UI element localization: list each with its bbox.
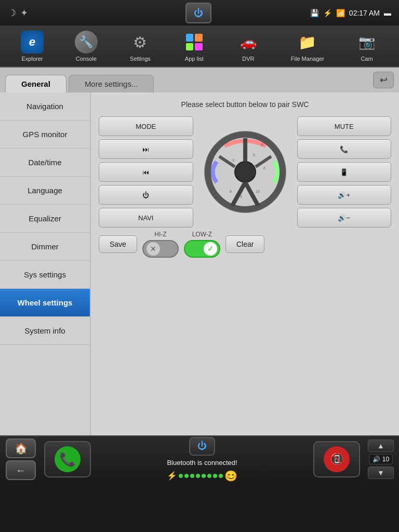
sd-icon: 💾 [310, 9, 319, 17]
bt-dot-8 [219, 474, 223, 478]
sidebar-item-navigation[interactable]: Navigation [0, 92, 90, 121]
low-z-toggle[interactable] [184, 240, 220, 258]
volume-up-button[interactable]: ▲ [368, 440, 394, 452]
sidebar-item-syssettings[interactable]: Sys settings [0, 261, 90, 289]
smile-icon: 😊 [224, 470, 237, 482]
power-center-button[interactable]: ⏻ [189, 437, 215, 456]
tab-more-settings[interactable]: More settings... [69, 75, 154, 92]
svg-text:10: 10 [256, 190, 260, 193]
console-icon: 🔧 [75, 31, 98, 54]
mute-button[interactable]: MUTE [297, 116, 392, 136]
navi-button[interactable]: NAVI [99, 208, 193, 228]
moon-icon: ☽ [8, 7, 16, 19]
sidebar-item-language[interactable]: Language [0, 177, 90, 205]
volume-down-button[interactable]: ▼ [368, 467, 394, 479]
bottom-left-buttons: 🏠 ← [0, 436, 42, 483]
app-console[interactable]: 🔧 Console [71, 29, 102, 64]
hi-z-toggle-group: HI-Z [142, 231, 179, 258]
bt-dot-7 [213, 474, 217, 478]
svg-text:8: 8 [230, 190, 232, 193]
app-filemanager-label: File Manager [291, 56, 324, 62]
bluetooth-status: Bluetooth is connected! [167, 459, 237, 467]
app-cam-label: Cam [361, 56, 373, 62]
svg-text:5: 5 [253, 153, 255, 157]
sidebar-item-wheelsettings[interactable]: Wheel settings [0, 289, 90, 317]
file-manager-icon: 📁 [296, 31, 319, 54]
phone-answer-icon: 📞 [55, 446, 81, 472]
steering-wheel-svg: 1 4 3 5 6 8 9 10 [204, 130, 287, 214]
volume-display: 🔊 10 [369, 454, 393, 464]
svg-text:1: 1 [243, 142, 245, 147]
call-end-button[interactable]: 📵 [313, 441, 360, 477]
app-dvr[interactable]: 🚗 DVR [233, 29, 264, 64]
dvr-icon: 🚗 [237, 31, 260, 54]
bluetooth-icon: ⚡ [323, 9, 332, 17]
app-settings-label: Settings [130, 56, 151, 62]
status-right: 💾 ⚡ 📶 02:17 AM ▬ [310, 9, 391, 17]
call-answer-button[interactable]: 📞 [44, 441, 91, 477]
volume-panel: ▲ 🔊 10 ▼ [363, 440, 399, 479]
sidebar-item-dimmer[interactable]: Dimmer [0, 233, 90, 261]
prev-track-button[interactable]: ⏮ [99, 162, 193, 182]
low-z-label: LOW-Z [192, 231, 212, 238]
bt-dot-6 [207, 474, 211, 478]
bt-symbol-icon: ⚡ [167, 471, 177, 481]
sidebar-item-gps[interactable]: GPS monitor [0, 121, 90, 149]
sidebar-item-equalizer[interactable]: Equalizer [0, 205, 90, 233]
panel-title: Please select button below to pair SWC [181, 100, 309, 109]
app-explorer[interactable]: e Explorer [17, 29, 48, 64]
app-applist[interactable]: App list [179, 29, 210, 64]
sidebar-item-systeminfo[interactable]: System info [0, 317, 90, 345]
sidebar-item-datetime[interactable]: Date/time [0, 149, 90, 177]
clear-button[interactable]: Clear [225, 235, 264, 253]
app-dvr-label: DVR [242, 56, 254, 62]
svg-text:4: 4 [261, 142, 263, 147]
next-track-button[interactable]: ⏭ [99, 139, 193, 159]
app-bar: e Explorer 🔧 Console ⚙ Settings App list… [0, 26, 399, 68]
status-left: ☽ ✦ [8, 7, 28, 19]
swc-controls: MODE ⏭ ⏮ ⏻ NAVI [99, 116, 391, 228]
bt-dot-1 [179, 474, 183, 478]
app-applist-label: App list [185, 56, 204, 62]
power-swc-button[interactable]: ⏻ [99, 185, 193, 205]
vol-down-button[interactable]: 🔊− [297, 208, 392, 228]
svg-text:6: 6 [263, 166, 265, 170]
steering-wheel-display: 1 4 3 5 6 8 9 10 [198, 116, 292, 228]
bt-dot-4 [196, 474, 200, 478]
status-bar: ☽ ✦ ⏻ 💾 ⚡ 📶 02:17 AM ▬ [0, 0, 399, 26]
home-button[interactable]: 🏠 [6, 438, 36, 458]
swc-bottom-row: Save HI-Z LOW-Z Clear [99, 231, 391, 258]
bluetooth-indicator: ⚡ 😊 [167, 470, 237, 482]
vol-up-button[interactable]: 🔊+ [297, 185, 392, 205]
applist-icon [183, 31, 206, 54]
bt-dot-5 [202, 474, 206, 478]
volume-value: 10 [382, 456, 389, 463]
swc-left-buttons: MODE ⏭ ⏮ ⏻ NAVI [99, 116, 193, 228]
app-settings[interactable]: ⚙ Settings [125, 29, 156, 64]
back-button[interactable]: ↩ [373, 72, 394, 88]
app-cam[interactable]: 📷 Cam [351, 29, 382, 64]
sidebar: Navigation GPS monitor Date/time Languag… [0, 92, 91, 435]
svg-text:3: 3 [232, 158, 234, 162]
bottom-center-panel: ⏻ Bluetooth is connected! ⚡ 😊 [94, 437, 311, 482]
app-filemanager[interactable]: 📁 File Manager [287, 29, 328, 64]
back-nav-button[interactable]: ← [6, 460, 36, 480]
hi-z-toggle[interactable] [142, 240, 179, 258]
phone-end-icon: 📵 [324, 446, 350, 472]
wifi-icon: 📶 [336, 9, 345, 17]
explorer-icon: e [21, 31, 44, 54]
app-explorer-label: Explorer [22, 56, 43, 62]
hang-up-button[interactable]: 📞 [297, 139, 392, 159]
save-button[interactable]: Save [99, 235, 137, 253]
wheel-settings-panel: Please select button below to pair SWC M… [91, 92, 399, 435]
tab-general[interactable]: General [5, 75, 66, 92]
volume-speaker-icon: 🔊 [373, 456, 380, 463]
bottom-bar: 🏠 ← 📞 ⏻ Bluetooth is connected! ⚡ 😊 📵 ▲ … [0, 435, 399, 482]
battery-icon: ▬ [384, 9, 391, 17]
svg-point-2 [235, 162, 256, 182]
answer-button[interactable]: 📱 [297, 162, 392, 182]
tab-bar: General More settings... ↩ [0, 68, 399, 92]
power-button-top[interactable]: ⏻ [185, 3, 211, 23]
mode-button[interactable]: MODE [99, 116, 193, 136]
bt-dot-3 [190, 474, 194, 478]
